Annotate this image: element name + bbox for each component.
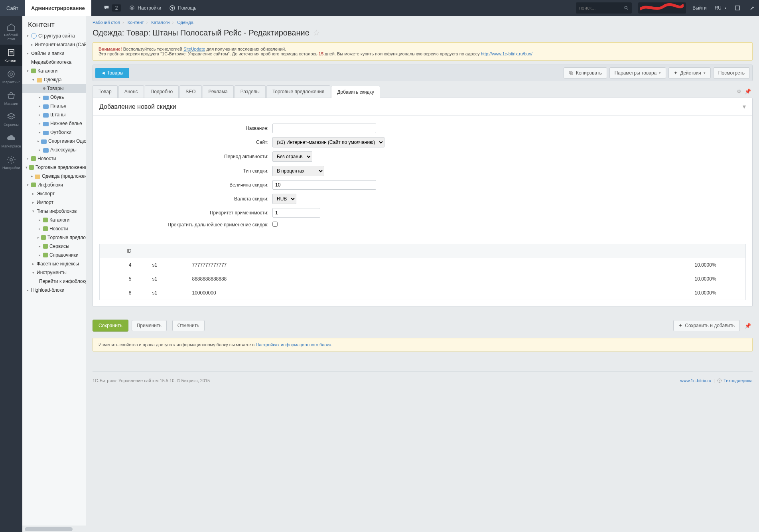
logout-link[interactable]: Выйти — [688, 0, 711, 16]
tree-files[interactable]: ▸Файлы и папки — [22, 49, 86, 58]
siteupdate-link[interactable]: SiteUpdate — [183, 47, 205, 51]
tree-pants[interactable]: ▸Штаны — [22, 110, 86, 119]
tree-eshop[interactable]: ▸Интернет-магазин (Сайт по — [22, 40, 86, 49]
pin-button[interactable] — [745, 0, 759, 16]
tree-dresses[interactable]: ▸Платья — [22, 102, 86, 110]
crumb-clothes[interactable]: Одежда — [177, 20, 193, 25]
action-pin-icon[interactable]: 📌 — [743, 321, 753, 330]
label-priority: Приоритет применимости: — [101, 210, 272, 216]
discounts-table: ID 4 s1 7777777777777 10.0000%5 s1 88888… — [99, 244, 746, 300]
table-row[interactable]: 5 s1 8888888888888 10.0000% — [100, 272, 746, 286]
select-site[interactable]: (s1) Интернет-магазин (Сайт по умолчанию… — [272, 137, 384, 147]
apply-button[interactable]: Применить — [132, 320, 167, 331]
user-menu[interactable] — [638, 2, 686, 14]
table-row[interactable]: 8 s1 100000000 10.0000% — [100, 286, 746, 300]
collapse-icon[interactable]: ▾ — [743, 103, 746, 110]
input-priority[interactable] — [272, 208, 320, 218]
tree-clothes[interactable]: ▾Одежда — [22, 75, 86, 84]
tab-detail[interactable]: Подробно — [145, 85, 179, 98]
footer-support-link[interactable]: Техподдержка — [724, 378, 753, 383]
input-name[interactable] — [272, 124, 376, 133]
footer-site-link[interactable]: www.1c-bitrix.ru — [680, 378, 712, 383]
tab-seo[interactable]: SEO — [179, 85, 201, 98]
select-currency[interactable]: RUB — [272, 194, 296, 204]
rail-desktop[interactable]: Рабочий стол — [0, 19, 22, 45]
tree-import[interactable]: ▸Импорт — [22, 198, 86, 207]
tabs-settings-icon[interactable]: ⚙ — [735, 87, 743, 96]
basket-icon — [6, 91, 16, 100]
tree-sportwear[interactable]: ▸Спортивная Одежд — [22, 137, 86, 145]
select-period[interactable]: Без ограничений — [272, 151, 312, 162]
tab-preview[interactable]: Анонс — [118, 85, 144, 98]
params-button[interactable]: Параметры товара▾ — [609, 67, 666, 79]
view-button[interactable]: Посмотреть — [713, 67, 750, 79]
copy-button[interactable]: Копировать — [564, 67, 607, 79]
tree-trade-offers[interactable]: ▾Торговые предложения — [22, 163, 86, 172]
tree-facet[interactable]: ▸Фасетные индексы — [22, 259, 86, 268]
input-amount[interactable] — [272, 180, 376, 190]
crumb-content[interactable]: Контент — [128, 20, 144, 25]
tree-highload[interactable]: ▸Highload-блоки — [22, 286, 86, 294]
tree-ib-services[interactable]: ▸Сервисы — [22, 242, 86, 251]
rail-shop[interactable]: Магазин — [0, 88, 22, 109]
tree-clothes-offers[interactable]: ▸Одежда (предложения — [22, 172, 86, 181]
tree-ib-trade[interactable]: ▸Торговые предложе — [22, 233, 86, 242]
tab-offers[interactable]: Торговые предложения — [266, 85, 330, 98]
tree-accessories[interactable]: ▸Аксессуары — [22, 145, 86, 154]
tab-site[interactable]: Сайт — [0, 0, 25, 16]
rail-settings[interactable]: Настройки — [0, 152, 22, 173]
crumb-catalogs[interactable]: Каталоги — [151, 20, 170, 25]
folder-icon — [43, 104, 49, 109]
tab-add-discount[interactable]: Добавить скидку — [331, 86, 380, 98]
ib-settings-link[interactable]: Настройках информационного блока. — [256, 342, 332, 347]
tab-product[interactable]: Товар — [93, 85, 118, 98]
folder-icon — [43, 96, 49, 100]
notifications[interactable]: 2 — [99, 0, 125, 16]
trial-notice: Внимание! Воспользуйтесь технологией Sit… — [93, 42, 753, 61]
tree-export[interactable]: ▸Экспорт — [22, 189, 86, 198]
cancel-button[interactable]: Отменить — [172, 320, 205, 331]
tab-admin[interactable]: Администрирование — [25, 0, 91, 16]
rail-content[interactable]: Контент — [0, 45, 22, 66]
lang-switch[interactable]: RU▾ — [711, 0, 730, 16]
checkbox-stop[interactable] — [272, 222, 278, 227]
rail-services[interactable]: Сервисы — [0, 109, 22, 130]
tree-media[interactable]: Медиабиблиотека — [22, 58, 86, 67]
tree-ib-types[interactable]: ▾Типы инфоблоков — [22, 207, 86, 216]
tree-tools[interactable]: ▾Инструменты — [22, 268, 86, 277]
actions-button[interactable]: ✦ Действия▾ — [668, 67, 711, 79]
table-row[interactable]: 4 s1 7777777777777 10.0000% — [100, 258, 746, 272]
tab-ads[interactable]: Реклама — [203, 85, 234, 98]
tree-catalogs[interactable]: ▾Каталоги — [22, 67, 86, 75]
tree-goto-ib[interactable]: Перейти к инфоблоку / — [22, 277, 86, 286]
tabs-pin-icon[interactable]: 📌 — [743, 87, 753, 96]
tree-structure[interactable]: ▾Структура сайта — [22, 31, 86, 40]
rail-marketplace[interactable]: Marketplace — [0, 130, 22, 152]
fullscreen-button[interactable] — [730, 0, 745, 16]
goods-pill[interactable]: ◄ Товары — [95, 68, 129, 78]
tab-sections[interactable]: Разделы — [235, 85, 266, 98]
buy-link[interactable]: http://www.1c-bitrix.ru/buy/ — [481, 51, 532, 56]
rail-marketing[interactable]: Маркетинг — [0, 66, 22, 88]
search-box[interactable] — [576, 2, 632, 14]
tree-ib-catalogs[interactable]: ▸Каталоги — [22, 216, 86, 224]
tree-goods[interactable]: Товары — [22, 84, 86, 93]
tree-ib-news[interactable]: ▸Новости — [22, 224, 86, 233]
action-row: Сохранить Применить Отменить ✦ Сохранить… — [93, 320, 753, 332]
svg-point-14 — [719, 380, 720, 381]
tree-news[interactable]: ▸Новости — [22, 154, 86, 163]
tree-underwear[interactable]: ▸Нижнее белье — [22, 119, 86, 128]
save-add-button[interactable]: ✦ Сохранить и добавить — [673, 320, 740, 331]
search-input[interactable] — [579, 5, 623, 11]
tree-shoes[interactable]: ▸Обувь — [22, 93, 86, 102]
tree-tshirts[interactable]: ▸Футболки — [22, 128, 86, 137]
tree-ib-refs[interactable]: ▸Справочники — [22, 251, 86, 259]
sidebar-hscroll[interactable] — [22, 526, 86, 532]
tree-infoblocks[interactable]: ▾Инфоблоки — [22, 181, 86, 189]
favorite-star-icon[interactable]: ☆ — [313, 28, 320, 37]
help-link[interactable]: ? Помощь — [165, 0, 200, 16]
settings-link[interactable]: Настройки — [125, 0, 165, 16]
crumb-desktop[interactable]: Рабочий стол — [93, 20, 120, 25]
select-type[interactable]: В процентах — [272, 166, 324, 176]
save-button[interactable]: Сохранить — [93, 320, 128, 332]
